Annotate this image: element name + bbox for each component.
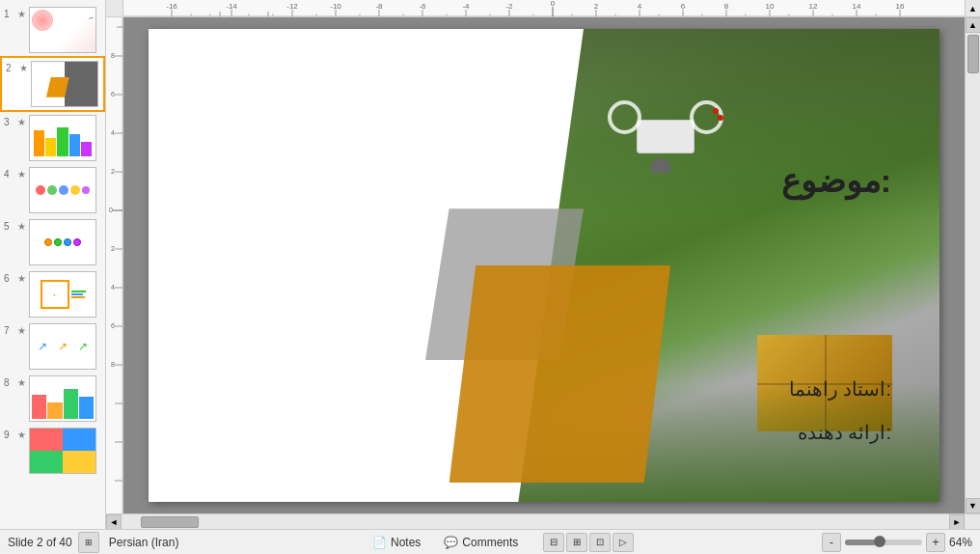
circle-3 <box>59 185 68 195</box>
circle-5 <box>82 186 90 194</box>
svg-text:8: 8 <box>724 2 729 11</box>
bar-5 <box>81 142 92 156</box>
t8-b4 <box>79 397 94 419</box>
scroll-corner <box>965 514 980 529</box>
slide-item-3[interactable]: 3 ★ <box>0 112 105 164</box>
scroll-up-btn[interactable]: ▲ <box>965 0 980 17</box>
t7-arrow3: ↗ <box>78 340 88 353</box>
thumb-bars-3 <box>32 118 94 158</box>
zoom-slider[interactable] <box>845 540 922 545</box>
svg-text:-6: -6 <box>419 2 426 11</box>
zoom-out-button[interactable]: - <box>822 533 841 552</box>
slide-panel: 1 ★ متن 2 ★ 3 ★ <box>0 0 106 529</box>
slide-item-4[interactable]: 4 ★ <box>0 164 105 216</box>
slide-star-5: ★ <box>17 221 27 232</box>
slide-star-8: ★ <box>17 377 27 388</box>
notes-icon: 📄 <box>372 536 387 549</box>
main-area: 1 ★ متن 2 ★ 3 ★ <box>0 0 980 529</box>
scroll-down-button[interactable]: ▼ <box>966 498 981 513</box>
circle-2 <box>47 185 57 195</box>
slide-item-8[interactable]: 8 ★ <box>0 373 105 425</box>
t6-lines <box>71 291 86 298</box>
zoom-in-button[interactable]: + <box>926 533 945 552</box>
notes-button[interactable]: 📄 Notes <box>367 534 426 551</box>
slide-number-8: 8 <box>4 377 15 388</box>
drone-light-1 <box>713 108 719 114</box>
status-bar: Slide 2 of 40 ⊞ Persian (Iran) 📄 Notes 💬… <box>0 529 980 554</box>
slide-subtitle1: :استاد راهنما <box>789 377 891 401</box>
slide-thumb-2 <box>31 61 98 107</box>
t9-q3 <box>30 451 63 473</box>
ruler-top: -16 -14 -12 -10 -8 -6 -4 -2 0 2 4 6 <box>106 0 980 17</box>
svg-text:0: 0 <box>551 0 556 8</box>
normal-view-btn[interactable]: ⊟ <box>543 533 564 552</box>
slide-number-3: 3 <box>4 117 15 127</box>
t8-b3 <box>64 389 78 420</box>
t7-arrow1: ↗ <box>38 340 47 353</box>
bar-3 <box>57 127 68 156</box>
zoom-slider-thumb[interactable] <box>874 536 885 547</box>
drone-body <box>608 100 723 178</box>
slide-number-7: 7 <box>4 325 15 336</box>
svg-text:-12: -12 <box>286 2 298 11</box>
scroll-right-button[interactable]: ► <box>949 514 965 529</box>
t6-box: ● <box>41 280 69 309</box>
svg-text:-2: -2 <box>505 2 513 11</box>
scrollbar-thumb-v[interactable] <box>967 35 979 73</box>
t6-text: ● <box>53 292 55 297</box>
scrollbar-track-h[interactable] <box>122 514 949 529</box>
svg-text:4: 4 <box>638 2 642 11</box>
slide-thumb-9 <box>29 428 96 474</box>
t7-arrow2: ↗ <box>58 340 68 353</box>
t9-q1 <box>30 429 63 451</box>
slide-item-1[interactable]: 1 ★ متن <box>0 4 105 56</box>
scrollbar-thumb-h[interactable] <box>141 516 199 528</box>
reading-view-btn[interactable]: ⊡ <box>589 533 611 552</box>
circle-4 <box>70 185 80 195</box>
comments-icon: 💬 <box>444 536 458 549</box>
thumb-text-1: متن <box>89 15 94 19</box>
svg-text:6: 6 <box>111 322 115 329</box>
slide-item-2[interactable]: 2 ★ <box>0 56 105 112</box>
slide-item-5[interactable]: 5 ★ <box>0 216 105 268</box>
svg-text:-8: -8 <box>375 2 383 11</box>
status-icon-btn[interactable]: ⊞ <box>78 532 99 553</box>
slide-item-9[interactable]: 9 ★ <box>0 425 105 477</box>
t5-c4 <box>73 238 81 246</box>
t2-right <box>65 62 97 106</box>
svg-text:2: 2 <box>111 168 115 175</box>
slide-viewport[interactable]: :موضوع :استاد راهنما :ارائه دهنده <box>123 17 965 513</box>
svg-text:0: 0 <box>109 207 113 213</box>
slideshow-btn[interactable]: ▷ <box>612 533 634 552</box>
status-left: Slide 2 of 40 ⊞ Persian (Iran) <box>8 532 178 553</box>
slide-canvas: :موضوع :استاد راهنما :ارائه دهنده <box>149 29 939 502</box>
slide-sorter-btn[interactable]: ⊞ <box>566 533 587 552</box>
slide-number-2: 2 <box>6 63 17 73</box>
svg-text:16: 16 <box>896 2 905 11</box>
slide-item-6[interactable]: 6 ★ ● <box>0 268 105 320</box>
svg-text:2: 2 <box>111 245 115 252</box>
comments-label: Comments <box>462 536 518 549</box>
slide-number-5: 5 <box>4 221 15 232</box>
slide-number-9: 9 <box>4 429 15 440</box>
zoom-percentage: 64% <box>949 536 972 549</box>
bar-2 <box>45 138 56 156</box>
ruler-h-svg: -16 -14 -12 -10 -8 -6 -4 -2 0 2 4 6 <box>123 0 965 17</box>
language-label: Persian (Iran) <box>109 536 179 549</box>
scroll-up-button[interactable]: ▲ <box>966 17 981 33</box>
zoom-minus-icon: - <box>830 536 833 549</box>
comments-button[interactable]: 💬 Comments <box>438 534 524 551</box>
t8-b2 <box>47 402 62 419</box>
svg-text:4: 4 <box>111 129 115 136</box>
scrollbar-track-v[interactable] <box>966 33 980 498</box>
slide-content-wrapper: 8 6 4 2 0 2 4 6 8 <box>106 17 980 513</box>
svg-text:12: 12 <box>809 2 818 11</box>
ruler-left: 8 6 4 2 0 2 4 6 8 <box>106 17 123 513</box>
slide-title: :موضوع <box>781 161 891 200</box>
svg-text:2: 2 <box>594 2 599 11</box>
status-right: - + 64% <box>822 533 972 552</box>
svg-text:-10: -10 <box>330 2 341 11</box>
slide-item-7[interactable]: 7 ★ ↗ ↗ ↗ <box>0 320 105 373</box>
drone-light-2 <box>718 115 723 121</box>
scroll-left-button[interactable]: ◄ <box>106 514 122 529</box>
